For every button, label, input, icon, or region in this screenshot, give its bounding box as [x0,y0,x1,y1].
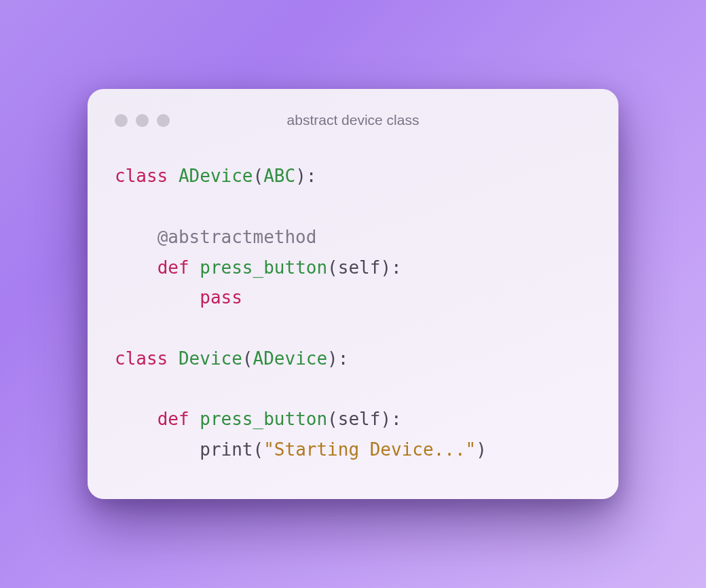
paren-close: ) [327,348,338,369]
decorator: @abstractmethod [157,227,317,247]
close-icon[interactable] [115,114,128,127]
code-block: class ADevice(ABC): @abstractmethod def … [115,161,591,464]
class-name-device: Device [179,348,242,369]
space [189,409,200,429]
paren-close: ) [380,257,391,278]
paren-close: ) [295,166,306,186]
window-controls [115,114,170,127]
paren-close: ) [476,439,487,460]
keyword-pass: pass [200,287,242,308]
call-print: print [200,439,253,460]
string-literal: "Starting Device..." [263,439,476,460]
paren-open: ( [242,348,253,369]
class-name-adevice: ADevice [179,166,253,186]
space [168,348,179,369]
colon: : [391,257,402,278]
colon: : [391,409,402,429]
keyword-class: class [115,348,168,369]
indent [115,439,200,460]
space [189,257,200,278]
paren-open: ( [327,409,338,429]
keyword-class: class [115,166,168,186]
titlebar: abstract device class [115,112,591,128]
code-window: abstract device class class ADevice(ABC)… [88,89,618,498]
paren-open: ( [327,257,338,278]
window-title: abstract device class [115,112,591,128]
maximize-icon[interactable] [157,114,170,127]
indent [115,287,200,308]
indent [115,409,157,429]
class-name-abc: ABC [263,166,295,186]
minimize-icon[interactable] [136,114,149,127]
function-name: press_button [200,409,327,429]
indent [115,257,157,278]
keyword-def: def [157,409,189,429]
colon: : [338,348,349,369]
paren-close: ) [380,409,391,429]
indent [115,227,157,247]
base-class-adevice: ADevice [253,348,328,369]
param-self: self [338,257,381,278]
function-name: press_button [200,257,327,278]
paren-open: ( [253,439,264,460]
param-self: self [338,409,381,429]
paren-open: ( [253,166,264,186]
space [168,166,179,186]
keyword-def: def [157,257,189,278]
colon: : [306,166,317,186]
